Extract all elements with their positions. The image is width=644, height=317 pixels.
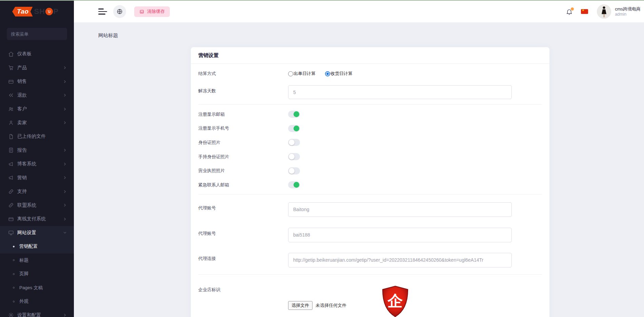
radio-option-receipt-date[interactable]: 收货日计算 (325, 71, 353, 77)
chevron-right-icon (63, 230, 67, 235)
chevron-right-icon (63, 175, 67, 180)
globe-icon (117, 8, 123, 15)
cart-icon (45, 8, 53, 15)
sidebar-item-site-settings[interactable]: 网站设置 (0, 226, 74, 240)
sidebar-item-settings-config[interactable]: 设置和配置 (0, 309, 74, 317)
toggle-switch[interactable] (288, 167, 300, 174)
divider (198, 274, 542, 275)
sidebar-item-dashboard[interactable]: 仪表板 (0, 47, 74, 61)
link-icon (8, 202, 14, 208)
users-icon (8, 106, 14, 112)
home-icon (8, 51, 14, 57)
card-icon (8, 79, 14, 85)
choose-file-button[interactable]: 选择文件 (288, 301, 313, 310)
agent-link-input[interactable] (288, 253, 512, 267)
toggle-switch[interactable] (288, 111, 300, 118)
archive-icon (139, 9, 144, 14)
sidebar-item-titles[interactable]: 标题 (0, 254, 74, 267)
svg-text:企: 企 (387, 292, 403, 309)
toggle-row-emergency-email: 紧急联系人邮箱 (198, 178, 542, 192)
sidebar-item-appearance[interactable]: 外观 (0, 295, 74, 309)
bullet-icon (13, 301, 15, 302)
china-flag-icon[interactable]: ★ (581, 9, 588, 14)
agent-account-input-1[interactable] (288, 202, 512, 217)
agent-account-input-2[interactable] (288, 228, 512, 242)
toggle-row-id-photo: 身份证照片 (198, 135, 542, 150)
brand-logo[interactable]: Tao SHP (0, 0, 74, 22)
sidebar-item-sales[interactable]: 销售 (0, 75, 74, 89)
toggle-switch[interactable] (288, 153, 300, 160)
gear-icon (8, 312, 14, 317)
bullet-icon (13, 246, 15, 247)
radio-icon[interactable] (325, 71, 330, 76)
sidebar-item-pages-docs[interactable]: Pages 文稿 (0, 281, 74, 295)
notifications-button[interactable] (566, 8, 573, 15)
sidebar: Tao SHP 仪表板 产品 销售 退款 客户 卖家 已上 (0, 0, 74, 317)
sidebar-item-customers[interactable]: 客户 (0, 102, 74, 116)
user-name: cms跨境电商 (615, 6, 641, 12)
chevron-right-icon (63, 203, 67, 207)
divider (198, 104, 542, 105)
thaw-days-input[interactable] (288, 85, 512, 99)
settings-form: 结算方式 出单日计算 收货日计算 解冻天数 注册显 (191, 69, 549, 317)
topbar-right: ★ cms跨境电商 admin (566, 4, 641, 19)
user-info[interactable]: cms跨境电商 admin (615, 6, 641, 17)
sidebar-item-sellers[interactable]: 卖家 (0, 116, 74, 130)
file-status-text: 未选择任何文件 (316, 302, 346, 309)
sidebar-item-offline-payment[interactable]: 离线支付系统 (0, 212, 74, 226)
card-icon (8, 216, 14, 222)
sidebar-item-footer[interactable]: 页脚 (0, 267, 74, 281)
sidebar-item-uploaded-files[interactable]: 已上传的文件 (0, 130, 74, 144)
sidebar-item-blog-system[interactable]: 博客系统 (0, 157, 74, 171)
topbar: 清除缓存 ★ cms跨境电商 admin (74, 1, 644, 22)
chevron-right-icon (63, 93, 67, 97)
megaphone-icon (8, 175, 14, 181)
file-icon (8, 134, 14, 139)
avatar[interactable] (597, 4, 611, 19)
enterprise-shield-logo: 企 (381, 285, 410, 317)
user-icon (8, 120, 14, 126)
chevron-right-icon (63, 79, 67, 84)
sidebar-item-affiliate-system[interactable]: 联盟系统 (0, 199, 74, 212)
settlement-options: 出单日计算 收货日计算 (288, 71, 353, 77)
settlement-method-row: 结算方式 出单日计算 收货日计算 (198, 69, 542, 78)
sidebar-menu: 仪表板 产品 销售 退款 客户 卖家 已上传的文件 报告 博客系 (0, 47, 74, 317)
chevron-right-icon (63, 107, 67, 111)
sidebar-search-input[interactable] (11, 32, 63, 37)
bullet-icon (13, 273, 15, 275)
enterprise-logo-row: 企业店标识 选择文件 未选择任何文件 (198, 284, 542, 317)
sidebar-item-support[interactable]: 支持 (0, 185, 74, 199)
report-icon (8, 147, 14, 153)
chevron-right-icon (63, 66, 67, 70)
sidebar-item-reports[interactable]: 报告 (0, 144, 74, 157)
chevron-right-icon (63, 189, 67, 194)
toggle-switch[interactable] (288, 181, 300, 188)
cart-icon (8, 65, 14, 71)
field-label: 结算方式 (198, 71, 288, 77)
user-role: admin (615, 12, 641, 17)
radio-option-ship-date[interactable]: 出单日计算 (288, 71, 316, 77)
agent-account-row-2: 代理账号 (198, 228, 542, 242)
page-title: 网站标题 (98, 32, 118, 39)
card-header: 营销设置 (191, 47, 549, 64)
radio-icon[interactable] (288, 71, 293, 76)
bullet-icon (13, 287, 15, 288)
megaphone-icon (8, 161, 14, 167)
sidebar-item-refunds[interactable]: 退款 (0, 89, 74, 102)
chevron-right-icon (63, 148, 67, 152)
chevron-right-icon (63, 313, 67, 317)
menu-toggle-button[interactable] (98, 8, 107, 15)
agent-link-row: 代理连接 (198, 253, 542, 267)
main-content: 网站标题 营销设置 结算方式 出单日计算 收货日计算 (74, 22, 644, 317)
toggle-switch[interactable] (288, 139, 300, 146)
language-button[interactable] (113, 5, 126, 18)
sidebar-item-marketing[interactable]: 营销 (0, 171, 74, 185)
toggle-switch[interactable] (288, 125, 300, 132)
sidebar-item-marketing-config[interactable]: 营销配置 (0, 240, 74, 254)
brand-logo-tao: Tao (12, 7, 33, 17)
brand-logo-shop: SHP (34, 7, 59, 16)
clear-cache-button[interactable]: 清除缓存 (134, 6, 170, 17)
sidebar-search (7, 28, 67, 40)
sidebar-item-products[interactable]: 产品 (0, 61, 74, 75)
enterprise-logo-area: 选择文件 未选择任何文件 企 (288, 284, 542, 317)
